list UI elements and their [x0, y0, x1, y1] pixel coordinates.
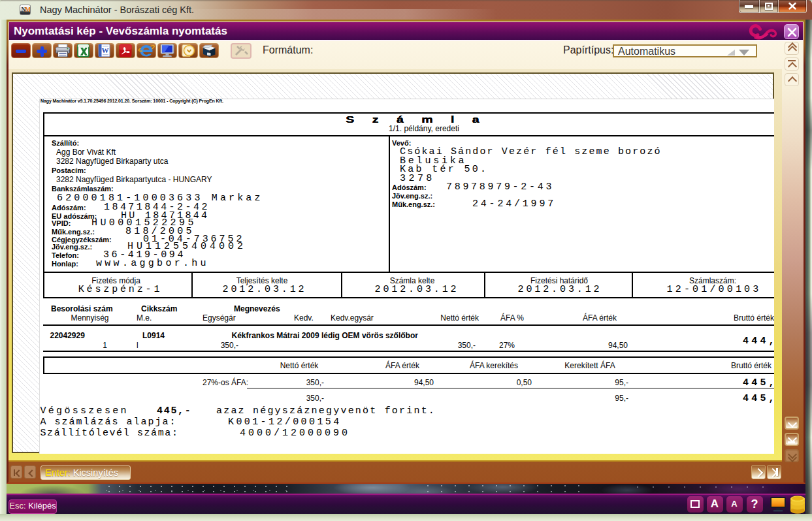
svg-text:W: W — [102, 46, 109, 54]
